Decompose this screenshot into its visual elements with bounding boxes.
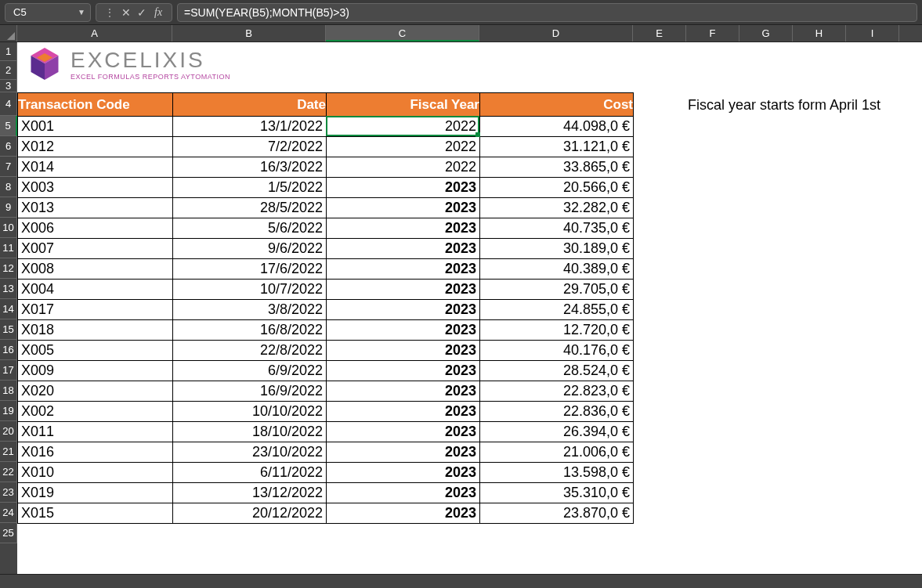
cell-fy[interactable]: 2023	[327, 280, 480, 300]
cell-date[interactable]: 17/6/2022	[173, 259, 327, 280]
row-header-4[interactable]: 4	[0, 92, 17, 116]
row-header-20[interactable]: 20	[0, 421, 17, 442]
row-header-7[interactable]: 7	[0, 157, 17, 177]
row-header-23[interactable]: 23	[0, 482, 17, 503]
cell-fy[interactable]: 2023	[327, 198, 480, 218]
cell-cost[interactable]: 40.176,0 €	[480, 341, 634, 361]
row-header-11[interactable]: 11	[0, 238, 17, 258]
col-header-F[interactable]: F	[686, 25, 739, 41]
cell-code[interactable]: X017	[18, 300, 173, 320]
col-header-A[interactable]: A	[17, 25, 172, 41]
cell-cost[interactable]: 32.282,0 €	[480, 198, 634, 218]
cell-fy[interactable]: 2023	[327, 300, 480, 320]
cell-fy[interactable]: 2023	[327, 402, 480, 422]
cell-date[interactable]: 16/9/2022	[173, 381, 327, 402]
cell-fy[interactable]: 2023	[327, 259, 480, 280]
cell-fy[interactable]: 2023	[327, 341, 480, 361]
cell-fy[interactable]: 2022	[327, 117, 480, 137]
cell-date[interactable]: 20/12/2022	[173, 503, 327, 524]
cell-cost[interactable]: 23.870,0 €	[480, 503, 634, 524]
cell-date[interactable]: 13/1/2022	[173, 117, 327, 137]
cell-date[interactable]: 23/10/2022	[173, 442, 327, 463]
cell-cost[interactable]: 40.389,0 €	[480, 259, 634, 280]
cell-code[interactable]: X013	[18, 198, 173, 218]
cell-cost[interactable]: 28.524,0 €	[480, 361, 634, 381]
cell-date[interactable]: 10/10/2022	[173, 402, 327, 422]
cell-code[interactable]: X001	[18, 117, 173, 137]
cell-code[interactable]: X004	[18, 280, 173, 300]
cell-code[interactable]: X019	[18, 483, 173, 503]
cell-fy[interactable]: 2023	[327, 239, 480, 259]
cell-cost[interactable]: 29.705,0 €	[480, 280, 634, 300]
cell-code[interactable]: X015	[18, 503, 173, 524]
th-cost[interactable]: Cost	[480, 93, 634, 117]
row-header-19[interactable]: 19	[0, 401, 17, 421]
row-header-1[interactable]: 1	[0, 42, 17, 61]
cell-code[interactable]: X014	[18, 157, 173, 178]
chevron-down-icon[interactable]: ▼	[78, 8, 85, 16]
th-fiscal-year[interactable]: Fiscal Year	[327, 93, 480, 117]
row-header-10[interactable]: 10	[0, 218, 17, 238]
cell-cost[interactable]: 20.566,0 €	[480, 178, 634, 198]
row-header-12[interactable]: 12	[0, 258, 17, 279]
row-header-8[interactable]: 8	[0, 177, 17, 197]
cell-fy[interactable]: 2023	[327, 320, 480, 341]
cell-code[interactable]: X007	[18, 239, 173, 259]
row-header-15[interactable]: 15	[0, 319, 17, 340]
cell-date[interactable]: 18/10/2022	[173, 422, 327, 442]
row-header-6[interactable]: 6	[0, 136, 17, 157]
cell-code[interactable]: X003	[18, 178, 173, 198]
row-header-9[interactable]: 9	[0, 197, 17, 218]
cell-date[interactable]: 9/6/2022	[173, 239, 327, 259]
cell-code[interactable]: X020	[18, 381, 173, 402]
cell-cost[interactable]: 35.310,0 €	[480, 483, 634, 503]
cell-cost[interactable]: 12.720,0 €	[480, 320, 634, 341]
cell-cost[interactable]: 21.006,0 €	[480, 442, 634, 463]
cell-cost[interactable]: 44.098,0 €	[480, 117, 634, 137]
row-header-14[interactable]: 14	[0, 299, 17, 319]
row-header-18[interactable]: 18	[0, 381, 17, 401]
cell-date[interactable]: 7/2/2022	[173, 137, 327, 157]
row-header-5[interactable]: 5	[0, 116, 17, 136]
cell-date[interactable]: 28/5/2022	[173, 198, 327, 218]
cell-cost[interactable]: 33.865,0 €	[480, 157, 634, 178]
col-header-G[interactable]: G	[739, 25, 793, 41]
name-box[interactable]: C5 ▼	[5, 3, 91, 22]
cell-cost[interactable]: 22.836,0 €	[480, 402, 634, 422]
cell-date[interactable]: 10/7/2022	[173, 280, 327, 300]
cell-fy[interactable]: 2023	[327, 178, 480, 198]
cell-date[interactable]: 22/8/2022	[173, 341, 327, 361]
col-header-I[interactable]: I	[846, 25, 899, 41]
grid[interactable]: EXCELIXIS EXCEL FORMULAS REPORTS AYTOMAT…	[17, 42, 922, 574]
row-header-21[interactable]: 21	[0, 442, 17, 462]
formula-input[interactable]: =SUM(YEAR(B5);MONTH(B5)>3)	[177, 3, 917, 22]
cell-code[interactable]: X002	[18, 402, 173, 422]
col-header-E[interactable]: E	[633, 25, 686, 41]
cell-fy[interactable]: 2023	[327, 442, 480, 463]
row-header-13[interactable]: 13	[0, 279, 17, 299]
row-header-16[interactable]: 16	[0, 340, 17, 360]
cell-fy[interactable]: 2022	[327, 157, 480, 178]
cell-cost[interactable]: 40.735,0 €	[480, 218, 634, 239]
cell-fy[interactable]: 2022	[327, 137, 480, 157]
fx-icon[interactable]: fx	[150, 6, 167, 19]
cell-cost[interactable]: 26.394,0 €	[480, 422, 634, 442]
cell-code[interactable]: X009	[18, 361, 173, 381]
col-header-D[interactable]: D	[479, 25, 633, 41]
cell-code[interactable]: X016	[18, 442, 173, 463]
cell-date[interactable]: 13/12/2022	[173, 483, 327, 503]
cell-fy[interactable]: 2023	[327, 503, 480, 524]
col-header-C[interactable]: C	[326, 25, 479, 41]
cell-cost[interactable]: 30.189,0 €	[480, 239, 634, 259]
cell-fy[interactable]: 2023	[327, 381, 480, 402]
cell-code[interactable]: X005	[18, 341, 173, 361]
cell-cost[interactable]: 22.823,0 €	[480, 381, 634, 402]
th-date[interactable]: Date	[173, 93, 327, 117]
cell-date[interactable]: 5/6/2022	[173, 218, 327, 239]
cell-date[interactable]: 16/3/2022	[173, 157, 327, 178]
col-header-H[interactable]: H	[793, 25, 846, 41]
cell-date[interactable]: 16/8/2022	[173, 320, 327, 341]
cell-fy[interactable]: 2023	[327, 483, 480, 503]
cell-code[interactable]: X006	[18, 218, 173, 239]
cell-date[interactable]: 6/9/2022	[173, 361, 327, 381]
